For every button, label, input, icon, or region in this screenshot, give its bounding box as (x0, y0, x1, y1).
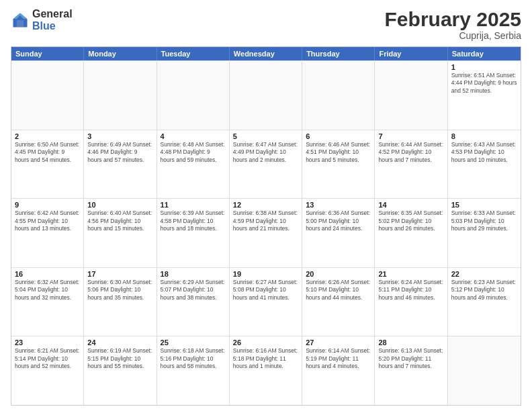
day-number: 23 (15, 338, 80, 347)
day-info: Sunrise: 6:51 AM Sunset: 4:44 PM Dayligh… (451, 72, 517, 95)
cal-cell-r3-c3: 19Sunrise: 6:27 AM Sunset: 5:08 PM Dayli… (230, 268, 302, 336)
cal-cell-r3-c1: 17Sunrise: 6:30 AM Sunset: 5:06 PM Dayli… (84, 268, 157, 336)
day-info: Sunrise: 6:50 AM Sunset: 4:45 PM Dayligh… (15, 141, 80, 164)
cal-cell-r3-c0: 16Sunrise: 6:32 AM Sunset: 5:04 PM Dayli… (11, 268, 84, 336)
day-number: 10 (87, 201, 152, 209)
cal-cell-r1-c0: 2Sunrise: 6:50 AM Sunset: 4:45 PM Daylig… (11, 130, 84, 199)
day-number: 17 (87, 270, 152, 278)
day-number: 25 (161, 338, 226, 347)
day-info: Sunrise: 6:30 AM Sunset: 5:06 PM Dayligh… (87, 279, 152, 302)
day-info: Sunrise: 6:49 AM Sunset: 4:46 PM Dayligh… (87, 141, 152, 164)
day-info: Sunrise: 6:13 AM Sunset: 5:20 PM Dayligh… (378, 347, 443, 370)
day-number: 20 (306, 270, 371, 278)
day-number: 8 (451, 132, 517, 140)
cal-cell-r3-c5: 21Sunrise: 6:24 AM Sunset: 5:11 PM Dayli… (375, 268, 447, 336)
cal-cell-r2-c1: 10Sunrise: 6:40 AM Sunset: 4:56 PM Dayli… (84, 199, 157, 267)
day-info: Sunrise: 6:48 AM Sunset: 4:48 PM Dayligh… (161, 141, 226, 164)
day-info: Sunrise: 6:38 AM Sunset: 4:59 PM Dayligh… (233, 210, 298, 232)
month-title: February 2025 (385, 8, 521, 30)
day-info: Sunrise: 6:23 AM Sunset: 5:12 PM Dayligh… (451, 279, 517, 302)
day-info: Sunrise: 6:26 AM Sunset: 5:10 PM Dayligh… (306, 279, 371, 302)
day-number: 11 (161, 201, 226, 209)
header: General Blue February 2025 Cuprija, Serb… (11, 8, 521, 41)
cal-cell-r3-c4: 20Sunrise: 6:26 AM Sunset: 5:10 PM Dayli… (302, 268, 375, 336)
cal-row-0: 1Sunrise: 6:51 AM Sunset: 4:44 PM Daylig… (11, 60, 521, 130)
day-info: Sunrise: 6:27 AM Sunset: 5:08 PM Dayligh… (233, 279, 298, 302)
cal-cell-r1-c4: 6Sunrise: 6:46 AM Sunset: 4:51 PM Daylig… (302, 130, 375, 199)
day-number: 26 (233, 338, 298, 347)
weekday-sunday: Sunday (11, 47, 84, 60)
day-number: 22 (451, 270, 517, 278)
cal-cell-r4-c3: 26Sunrise: 6:16 AM Sunset: 5:18 PM Dayli… (230, 336, 302, 405)
title-block: February 2025 Cuprija, Serbia (385, 8, 521, 41)
day-info: Sunrise: 6:18 AM Sunset: 5:16 PM Dayligh… (161, 347, 226, 370)
cal-row-1: 2Sunrise: 6:50 AM Sunset: 4:45 PM Daylig… (11, 130, 521, 199)
weekday-monday: Monday (84, 47, 157, 60)
day-number: 28 (378, 338, 443, 347)
day-info: Sunrise: 6:14 AM Sunset: 5:19 PM Dayligh… (306, 347, 371, 370)
day-number: 6 (306, 132, 371, 140)
day-number: 1 (451, 63, 517, 71)
cal-cell-r3-c2: 18Sunrise: 6:29 AM Sunset: 5:07 PM Dayli… (157, 268, 230, 336)
cal-cell-r0-c0 (11, 61, 84, 130)
logo-general-text: General (32, 8, 73, 20)
day-info: Sunrise: 6:16 AM Sunset: 5:18 PM Dayligh… (233, 347, 298, 370)
cal-cell-r4-c5: 28Sunrise: 6:13 AM Sunset: 5:20 PM Dayli… (375, 336, 447, 405)
day-number: 4 (161, 132, 226, 140)
calendar: Sunday Monday Tuesday Wednesday Thursday… (11, 46, 521, 406)
day-number: 13 (306, 201, 371, 209)
day-info: Sunrise: 6:33 AM Sunset: 5:03 PM Dayligh… (451, 210, 517, 232)
weekday-saturday: Saturday (448, 47, 521, 60)
day-info: Sunrise: 6:46 AM Sunset: 4:51 PM Dayligh… (306, 141, 371, 164)
day-number: 24 (87, 338, 152, 347)
day-info: Sunrise: 6:43 AM Sunset: 4:53 PM Dayligh… (451, 141, 517, 164)
day-number: 2 (15, 132, 80, 140)
day-info: Sunrise: 6:40 AM Sunset: 4:56 PM Dayligh… (87, 210, 152, 232)
cal-cell-r2-c3: 12Sunrise: 6:38 AM Sunset: 4:59 PM Dayli… (230, 199, 302, 267)
day-info: Sunrise: 6:44 AM Sunset: 4:52 PM Dayligh… (378, 141, 443, 164)
cal-cell-r1-c5: 7Sunrise: 6:44 AM Sunset: 4:52 PM Daylig… (375, 130, 447, 199)
day-number: 21 (378, 270, 443, 278)
cal-cell-r4-c2: 25Sunrise: 6:18 AM Sunset: 5:16 PM Dayli… (157, 336, 230, 405)
weekday-tuesday: Tuesday (157, 47, 230, 60)
cal-cell-r1-c2: 4Sunrise: 6:48 AM Sunset: 4:48 PM Daylig… (157, 130, 230, 199)
cal-cell-r4-c1: 24Sunrise: 6:19 AM Sunset: 5:15 PM Dayli… (84, 336, 157, 405)
cal-cell-r1-c1: 3Sunrise: 6:49 AM Sunset: 4:46 PM Daylig… (84, 130, 157, 199)
cal-row-4: 23Sunrise: 6:21 AM Sunset: 5:14 PM Dayli… (11, 336, 521, 405)
day-number: 15 (451, 201, 517, 209)
cal-cell-r2-c6: 15Sunrise: 6:33 AM Sunset: 5:03 PM Dayli… (448, 199, 521, 267)
day-info: Sunrise: 6:21 AM Sunset: 5:14 PM Dayligh… (15, 347, 80, 370)
cal-cell-r2-c4: 13Sunrise: 6:36 AM Sunset: 5:00 PM Dayli… (302, 199, 375, 267)
weekday-thursday: Thursday (302, 47, 375, 60)
cal-cell-r2-c2: 11Sunrise: 6:39 AM Sunset: 4:58 PM Dayli… (157, 199, 230, 267)
cal-cell-r0-c2 (157, 61, 230, 130)
cal-cell-r0-c6: 1Sunrise: 6:51 AM Sunset: 4:44 PM Daylig… (448, 61, 521, 130)
day-number: 27 (306, 338, 371, 347)
logo-blue-text: Blue (32, 20, 73, 32)
day-number: 3 (87, 132, 152, 140)
weekday-friday: Friday (375, 47, 447, 60)
calendar-header: Sunday Monday Tuesday Wednesday Thursday… (11, 47, 521, 60)
cal-cell-r1-c6: 8Sunrise: 6:43 AM Sunset: 4:53 PM Daylig… (448, 130, 521, 199)
cal-cell-r2-c5: 14Sunrise: 6:35 AM Sunset: 5:02 PM Dayli… (375, 199, 447, 267)
day-info: Sunrise: 6:36 AM Sunset: 5:00 PM Dayligh… (306, 210, 371, 232)
cal-cell-r0-c4 (302, 61, 375, 130)
day-info: Sunrise: 6:47 AM Sunset: 4:49 PM Dayligh… (233, 141, 298, 164)
logo-icon (11, 11, 30, 30)
cal-cell-r2-c0: 9Sunrise: 6:42 AM Sunset: 4:55 PM Daylig… (11, 199, 84, 267)
calendar-body: 1Sunrise: 6:51 AM Sunset: 4:44 PM Daylig… (11, 60, 521, 405)
day-number: 14 (378, 201, 443, 209)
weekday-wednesday: Wednesday (230, 47, 302, 60)
logo-text: General Blue (32, 8, 73, 32)
day-number: 5 (233, 132, 298, 140)
day-number: 18 (161, 270, 226, 278)
cal-cell-r4-c6 (448, 336, 521, 405)
day-info: Sunrise: 6:42 AM Sunset: 4:55 PM Dayligh… (15, 210, 80, 232)
day-number: 7 (378, 132, 443, 140)
day-info: Sunrise: 6:29 AM Sunset: 5:07 PM Dayligh… (161, 279, 226, 302)
day-info: Sunrise: 6:32 AM Sunset: 5:04 PM Dayligh… (15, 279, 80, 302)
svg-rect-2 (17, 20, 24, 28)
cal-cell-r0-c1 (84, 61, 157, 130)
cal-cell-r0-c5 (375, 61, 447, 130)
day-info: Sunrise: 6:19 AM Sunset: 5:15 PM Dayligh… (87, 347, 152, 370)
